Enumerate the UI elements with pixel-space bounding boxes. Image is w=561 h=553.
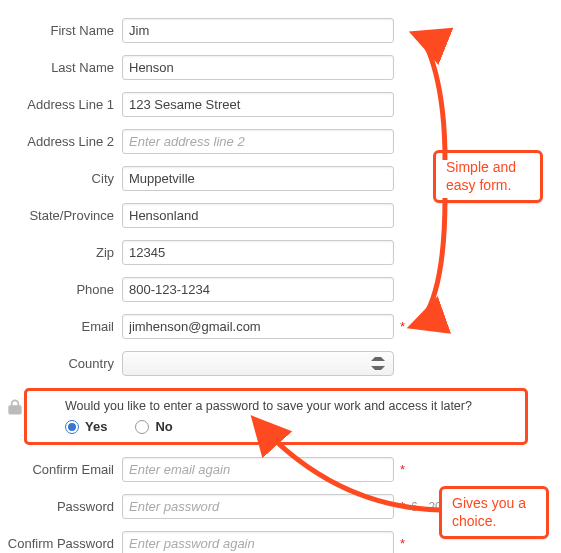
password-gate-question: Would you like to enter a password to sa…: [65, 399, 515, 413]
password-gate-yes-radio[interactable]: Yes: [65, 419, 107, 434]
email-input[interactable]: [122, 314, 394, 339]
label-confirm-email: Confirm Email: [0, 462, 122, 477]
label-last-name: Last Name: [0, 60, 122, 75]
first-name-input[interactable]: [122, 18, 394, 43]
annotation-callout-choice: Gives you a choice.: [439, 486, 549, 539]
radio-icon: [135, 420, 149, 434]
zip-input[interactable]: [122, 240, 394, 265]
password-gate-no-radio[interactable]: No: [135, 419, 172, 434]
label-address2: Address Line 2: [0, 134, 122, 149]
label-phone: Phone: [0, 282, 122, 297]
email-required-mark: *: [400, 319, 405, 334]
password-input[interactable]: [122, 494, 394, 519]
city-input[interactable]: [122, 166, 394, 191]
phone-input[interactable]: [122, 277, 394, 302]
password-hint: 6 - 20: [411, 500, 442, 514]
confirm-email-input[interactable]: [122, 457, 394, 482]
label-first-name: First Name: [0, 23, 122, 38]
confirm-password-required-mark: *: [400, 536, 405, 551]
password-gate-box: Would you like to enter a password to sa…: [24, 388, 528, 445]
address1-input[interactable]: [122, 92, 394, 117]
label-confirm-password: Confirm Password: [0, 536, 122, 551]
label-password: Password: [0, 499, 122, 514]
label-zip: Zip: [0, 245, 122, 260]
radio-yes-label: Yes: [85, 419, 107, 434]
label-state: State/Province: [0, 208, 122, 223]
label-city: City: [0, 171, 122, 186]
label-address1: Address Line 1: [0, 97, 122, 112]
lock-icon: [5, 397, 25, 417]
country-select[interactable]: [122, 351, 394, 376]
password-required-mark: *: [400, 499, 405, 514]
last-name-input[interactable]: [122, 55, 394, 80]
label-country: Country: [0, 356, 122, 371]
radio-icon: [65, 420, 79, 434]
confirm-password-input[interactable]: [122, 531, 394, 553]
annotation-callout-simple: Simple and easy form.: [433, 150, 543, 203]
label-email: Email: [0, 319, 122, 334]
radio-no-label: No: [155, 419, 172, 434]
confirm-email-required-mark: *: [400, 462, 405, 477]
state-input[interactable]: [122, 203, 394, 228]
address2-input[interactable]: [122, 129, 394, 154]
